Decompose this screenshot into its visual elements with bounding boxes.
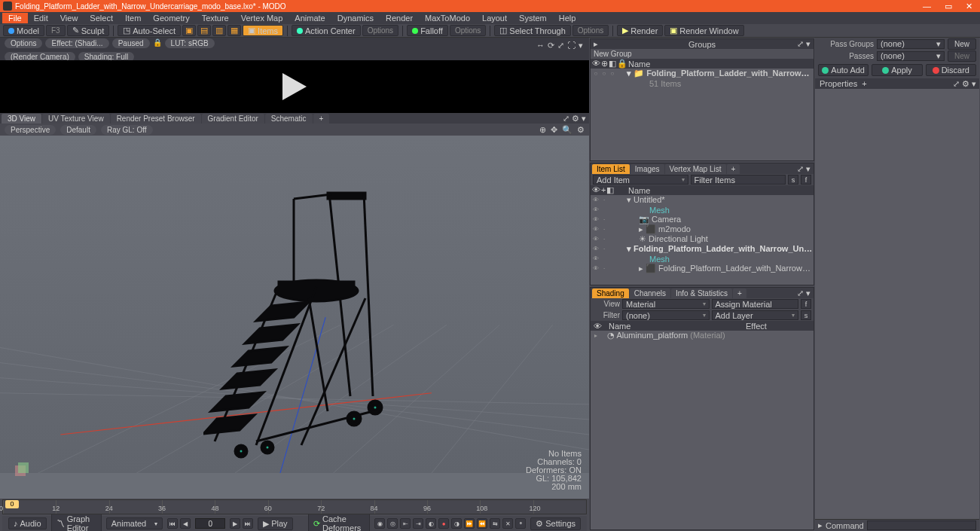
- il-rb2[interactable]: f: [801, 175, 811, 185]
- il-rb1[interactable]: s: [788, 175, 798, 185]
- tab-gradient[interactable]: Gradient Editor: [202, 114, 264, 124]
- il-col-icon[interactable]: ◧: [606, 185, 614, 195]
- vp-raygl[interactable]: Ray GL: Off: [101, 125, 153, 135]
- action-center-button[interactable]: Action Center: [292, 25, 361, 36]
- vp-pan-icon[interactable]: ✥: [551, 125, 557, 135]
- items-button[interactable]: ▣Items: [243, 25, 283, 36]
- view-dd[interactable]: Material▾: [622, 299, 710, 309]
- item-list[interactable]: 👁·▾ Untitled*👁Mesh👁·📷 Camera👁·▸ ⬛ m2modo…: [591, 195, 814, 285]
- animated-dd[interactable]: Animated▾: [106, 517, 163, 529]
- tab-images[interactable]: Images: [630, 164, 664, 174]
- falloff-button[interactable]: Falloff: [407, 25, 448, 36]
- bb-i5[interactable]: ◐: [426, 518, 436, 529]
- tab-3dview[interactable]: 3D View: [2, 114, 41, 124]
- vp-max-icon[interactable]: ⤢: [563, 114, 569, 124]
- passes-new-button[interactable]: New: [948, 50, 976, 62]
- tab-uv[interactable]: UV Texture View: [42, 114, 110, 124]
- shading-row-1[interactable]: ◔ Aluminum_platform (Material): [606, 331, 814, 340]
- preview-max-icon[interactable]: ⛶: [567, 41, 575, 50]
- sh-max-icon[interactable]: ⤢: [797, 288, 804, 298]
- options1-button[interactable]: Options: [362, 25, 398, 36]
- apply-button[interactable]: Apply: [872, 64, 922, 76]
- prop-menu-icon[interactable]: ▾: [972, 79, 976, 89]
- il-vis-icon[interactable]: 👁: [592, 185, 600, 195]
- menu-dynamics[interactable]: Dynamics: [331, 13, 380, 23]
- sculpt-button[interactable]: ✎Sculpt: [67, 25, 110, 36]
- vp-orbit-icon[interactable]: ⊕: [539, 125, 546, 135]
- tab-add2[interactable]: +: [727, 164, 740, 174]
- il-max-icon[interactable]: ⤢: [797, 164, 804, 174]
- bb-i8[interactable]: ⏩: [464, 518, 475, 529]
- graph-button[interactable]: 〽Graph Editor: [51, 513, 102, 531]
- f3-button[interactable]: F3: [46, 25, 66, 36]
- sh-effect-header[interactable]: Effect: [746, 322, 814, 331]
- sel-face-button[interactable]: ▥: [212, 25, 226, 36]
- menu-item[interactable]: Item: [119, 13, 147, 23]
- minimize-button[interactable]: —: [923, 2, 931, 11]
- bb-i9[interactable]: ⏪: [477, 518, 487, 529]
- vp-gear-icon[interactable]: ⚙: [572, 114, 579, 124]
- cache-button[interactable]: ⟳Cache Deformers: [308, 513, 370, 531]
- render-preview[interactable]: [0, 60, 589, 113]
- groups-max-icon[interactable]: ⤢: [797, 39, 804, 49]
- preview-refresh-icon[interactable]: ⟳: [548, 41, 554, 50]
- audio-button[interactable]: ♪Audio: [8, 517, 47, 529]
- menu-texture[interactable]: Texture: [196, 13, 235, 23]
- auto-select-button[interactable]: ◳Auto-Select: [118, 25, 181, 36]
- groups-list[interactable]: ○○○ ▾ 📁 Folding_Platform_Ladder_with_Nar…: [591, 69, 814, 160]
- cmd-expand-icon[interactable]: ▸: [818, 520, 823, 530]
- sh-rb2[interactable]: s: [801, 310, 811, 320]
- item-row-7[interactable]: 👁·▸ ⬛ Folding_Platform_Ladder_with_Narro…: [591, 264, 814, 273]
- preview-lut[interactable]: LUT: sRGB: [165, 38, 215, 48]
- il-plus-icon[interactable]: +: [601, 185, 606, 195]
- options3-button[interactable]: Options: [572, 25, 609, 36]
- item-row-4[interactable]: 👁·☀ Directional Light: [591, 234, 814, 244]
- menu-render[interactable]: Render: [380, 13, 419, 23]
- timeline[interactable]: 0 12 24 36 48 60 72 84 96 108 120 0: [2, 499, 587, 514]
- menu-select[interactable]: Select: [84, 13, 119, 23]
- prop-max-icon[interactable]: ⤢: [953, 79, 960, 89]
- preview-rot-icon[interactable]: ↔: [536, 41, 545, 50]
- groups-collapse-icon[interactable]: ▸: [594, 39, 598, 49]
- vp-opts-icon[interactable]: ⚙: [577, 125, 585, 135]
- grp-ic2[interactable]: ⊕: [601, 59, 608, 69]
- preview-options[interactable]: Options: [5, 38, 42, 48]
- menu-vertex-map[interactable]: Vertex Map: [235, 13, 289, 23]
- discard-button[interactable]: Discard: [926, 64, 976, 76]
- tab-add[interactable]: +: [313, 114, 330, 124]
- tab-add3[interactable]: +: [733, 288, 746, 298]
- command-input[interactable]: [867, 520, 976, 530]
- item-row-0[interactable]: 👁·▾ Untitled*: [591, 195, 814, 205]
- il-name-header[interactable]: Name: [625, 186, 814, 195]
- bb-i7[interactable]: ◑: [451, 518, 462, 529]
- menu-maxtomodo[interactable]: MaxToModo: [419, 13, 476, 23]
- groups-menu-icon[interactable]: ▾: [806, 39, 811, 49]
- maximize-button[interactable]: ▭: [945, 2, 952, 11]
- bb-i3[interactable]: ⇤: [400, 518, 411, 529]
- tab-itemlist[interactable]: Item List: [592, 164, 630, 174]
- il-menu-icon[interactable]: ▾: [806, 164, 811, 174]
- item-row-5[interactable]: 👁·▾ Folding_Platform_Ladder_with_Narrow_…: [591, 244, 814, 254]
- tab-channels[interactable]: Channels: [630, 288, 670, 298]
- render-button[interactable]: ▶Render: [617, 25, 663, 36]
- sel-mat-button[interactable]: ▦: [227, 25, 241, 36]
- tab-shading[interactable]: Shading: [592, 288, 629, 298]
- preview-paused[interactable]: Paused: [112, 38, 150, 48]
- sh-vis-icon[interactable]: 👁: [594, 322, 602, 331]
- bb-i6[interactable]: ●: [438, 518, 449, 529]
- lock-icon[interactable]: 🔒: [153, 38, 162, 48]
- vis-icon[interactable]: 👁: [592, 59, 600, 69]
- bb-i11[interactable]: ✕: [502, 518, 513, 529]
- properties-header[interactable]: Properties+ ⤢⚙▾: [815, 78, 979, 89]
- bb-i4[interactable]: ⇥: [413, 518, 423, 529]
- preview-menu-icon[interactable]: ▾: [579, 41, 583, 50]
- passgroups-new-button[interactable]: New: [948, 38, 976, 50]
- vp-zoom-icon[interactable]: 🔍: [562, 125, 572, 135]
- sel-vert-button[interactable]: ▣: [182, 25, 196, 36]
- preview-zoom-icon[interactable]: ⤢: [557, 41, 564, 50]
- addlayer-dd[interactable]: Add Layer▾: [712, 310, 799, 320]
- menu-help[interactable]: Help: [553, 13, 582, 23]
- menu-animate[interactable]: Animate: [289, 13, 331, 23]
- new-group-button[interactable]: New Group: [591, 49, 814, 59]
- sh-name-header[interactable]: Name: [606, 322, 746, 331]
